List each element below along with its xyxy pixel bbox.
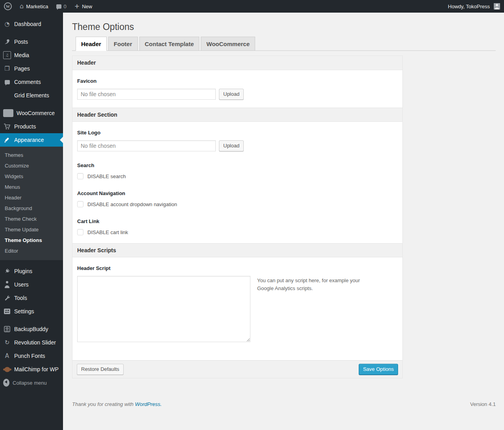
sidebar-label: Appearance bbox=[14, 137, 44, 143]
howdy-account-menu[interactable]: Howdy, TokoPress bbox=[444, 0, 504, 13]
site-logo-upload-button[interactable]: Upload bbox=[219, 140, 244, 151]
menu-separator bbox=[0, 318, 63, 322]
backupbuddy-icon bbox=[3, 325, 11, 333]
header-script-label: Header Script bbox=[77, 265, 398, 271]
collapse-arrow-icon bbox=[3, 379, 9, 387]
sidebar-subitem-customize[interactable]: Customize bbox=[0, 160, 63, 171]
sidebar-label: Tools bbox=[14, 295, 27, 301]
sidebar-subitem-editor[interactable]: Editor bbox=[0, 246, 63, 256]
sidebar-label: Posts bbox=[14, 39, 28, 45]
pages-icon: ❐ bbox=[3, 65, 11, 73]
sidebar-subitem-widgets[interactable]: Widgets bbox=[0, 171, 63, 182]
home-icon: ⌂ bbox=[20, 3, 24, 9]
sidebar-item-settings[interactable]: Settings bbox=[0, 305, 63, 318]
sidebar-label: Media bbox=[14, 52, 29, 58]
current-menu-arrow bbox=[60, 137, 63, 143]
mailchimp-monkey-icon bbox=[3, 365, 11, 373]
page-title: Theme Options bbox=[72, 21, 496, 33]
sidebar-item-plugins[interactable]: Plugins bbox=[0, 264, 63, 278]
sidebar-item-users[interactable]: Users bbox=[0, 278, 63, 291]
wordpress-logo-icon: W bbox=[4, 2, 12, 10]
sidebar-item-punch-fonts[interactable]: A Punch Fonts bbox=[0, 349, 63, 363]
site-name: Marketica bbox=[26, 4, 48, 9]
sidebar-item-appearance[interactable]: Appearance bbox=[0, 133, 63, 147]
sidebar-item-mailchimp[interactable]: MailChimp for WP bbox=[0, 363, 63, 376]
sidebar-label: Revolution Slider bbox=[14, 339, 56, 346]
howdy-text: Howdy, TokoPress bbox=[448, 4, 490, 9]
cart-icon bbox=[3, 123, 11, 130]
sidebar-subitem-menus[interactable]: Menus bbox=[0, 182, 63, 192]
admin-bar-right: Howdy, TokoPress bbox=[444, 0, 504, 13]
sidebar-item-dashboard[interactable]: ◔ Dashboard bbox=[0, 17, 63, 31]
sidebar-item-posts[interactable]: Posts bbox=[0, 35, 63, 48]
sidebar-item-tools[interactable]: Tools bbox=[0, 291, 63, 305]
wp-logo-menu[interactable]: W bbox=[0, 0, 16, 13]
admin-bar-left: W ⌂ Marketica 0 + New bbox=[0, 0, 96, 13]
search-label: Search bbox=[77, 162, 398, 168]
favicon-file-input[interactable] bbox=[77, 89, 216, 100]
sidebar-item-products[interactable]: Products bbox=[0, 120, 63, 133]
wordpress-link[interactable]: WordPress. bbox=[135, 401, 162, 407]
header-script-textarea[interactable] bbox=[77, 276, 250, 342]
sidebar-label: Grid Elements bbox=[14, 92, 49, 99]
sidebar-label: Settings bbox=[14, 308, 34, 315]
collapse-menu-button[interactable]: Collapse menu bbox=[0, 376, 63, 389]
page-footer: Thank you for creating with WordPress. V… bbox=[72, 401, 496, 407]
sidebar-subitem-header[interactable]: Header bbox=[0, 192, 63, 203]
sidebar-subitem-theme-update[interactable]: Theme Update bbox=[0, 224, 63, 235]
appearance-brush-icon bbox=[3, 136, 11, 144]
disable-search-text: DISABLE search bbox=[87, 173, 126, 179]
pushpin-icon bbox=[3, 38, 11, 46]
settings-sliders-icon bbox=[3, 307, 11, 315]
disable-search-checkbox[interactable] bbox=[77, 173, 83, 179]
tab-header[interactable]: Header bbox=[76, 37, 107, 51]
site-name-menu[interactable]: ⌂ Marketica bbox=[16, 0, 52, 13]
save-options-button[interactable]: Save Options bbox=[359, 364, 398, 375]
sidebar-subitem-themes[interactable]: Themes bbox=[0, 150, 63, 160]
tab-footer[interactable]: Footer bbox=[108, 37, 138, 50]
sidebar-label: Users bbox=[14, 281, 29, 288]
menu-separator bbox=[0, 102, 63, 106]
disable-search-row: DISABLE search bbox=[77, 173, 398, 179]
sidebar-item-comments[interactable]: Comments bbox=[0, 75, 63, 89]
menu-separator bbox=[0, 260, 63, 264]
sidebar-item-pages[interactable]: ❐ Pages bbox=[0, 62, 63, 75]
favicon-upload-button[interactable]: Upload bbox=[219, 89, 244, 100]
comment-count: 0 bbox=[64, 4, 67, 9]
site-logo-label: Site Logo bbox=[77, 130, 398, 136]
sidebar-subitem-theme-options[interactable]: Theme Options bbox=[0, 235, 63, 246]
sidebar-label: Products bbox=[14, 123, 36, 130]
sidebar-item-woocommerce[interactable]: Woo WooCommerce bbox=[0, 106, 63, 120]
restore-defaults-button[interactable]: Restore Defaults bbox=[77, 364, 124, 375]
letter-a-icon: A bbox=[3, 352, 11, 360]
sidebar-subitem-background[interactable]: Background bbox=[0, 203, 63, 214]
tab-bar: HeaderFooterContact TemplateWooCommerce bbox=[72, 37, 496, 51]
sidebar-item-backupbuddy[interactable]: BackupBuddy bbox=[0, 322, 63, 336]
sidebar-item-revolution-slider[interactable]: ↻ Revolution Slider bbox=[0, 336, 63, 349]
rotate-arrows-icon: ↻ bbox=[3, 339, 11, 346]
sidebar-item-media[interactable]: ♫ Media bbox=[0, 48, 63, 62]
new-content-menu[interactable]: + New bbox=[70, 0, 96, 13]
comments-icon bbox=[3, 78, 11, 86]
admin-bar: W ⌂ Marketica 0 + New Howdy, TokoPress bbox=[0, 0, 504, 13]
admin-bar-comments[interactable]: 0 bbox=[52, 0, 70, 13]
disable-account-nav-checkbox[interactable] bbox=[77, 201, 83, 207]
sidebar-label: Comments bbox=[14, 79, 41, 85]
sidebar-item-grid-elements[interactable]: Grid Elements bbox=[0, 89, 63, 102]
section-header-section: Header Section bbox=[72, 108, 402, 122]
appearance-submenu: Themes Customize Widgets Menus Header Ba… bbox=[0, 147, 63, 260]
site-logo-file-input[interactable] bbox=[77, 140, 216, 151]
tab-contact-template[interactable]: Contact Template bbox=[139, 37, 200, 50]
plugin-icon bbox=[3, 267, 11, 275]
cart-link-label: Cart Link bbox=[77, 218, 398, 224]
section-header: Header bbox=[72, 56, 402, 70]
disable-cart-link-row: DISABLE cart link bbox=[77, 229, 398, 235]
sidebar-subitem-theme-check[interactable]: Theme Check bbox=[0, 214, 63, 224]
sidebar-label: BackupBuddy bbox=[14, 326, 48, 332]
woocommerce-icon: Woo bbox=[3, 109, 13, 117]
tab-woocommerce[interactable]: WooCommerce bbox=[201, 37, 255, 50]
avatar bbox=[494, 3, 500, 9]
users-icon bbox=[3, 281, 11, 289]
disable-cart-link-checkbox[interactable] bbox=[77, 229, 83, 235]
dashboard-icon: ◔ bbox=[3, 20, 11, 28]
